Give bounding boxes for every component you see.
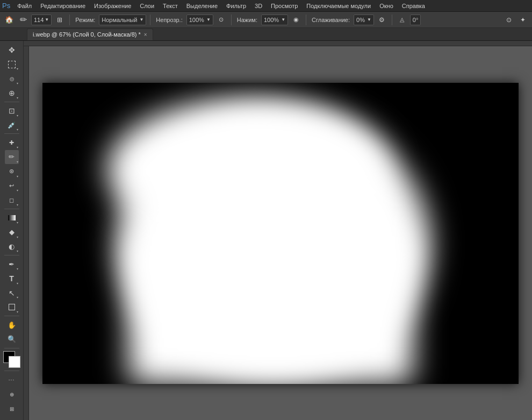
healing-tool[interactable]: ✚ ▾: [5, 136, 19, 150]
type-icon: T: [9, 274, 14, 283]
history-brush-tool[interactable]: ↩ ▾: [5, 179, 19, 193]
document-tab[interactable]: i.webp @ 67% (Слой 0, Слой-маска/8) * ×: [27, 29, 153, 40]
marquee-tool[interactable]: ▾: [5, 58, 19, 72]
fg-bg-colors: [3, 351, 20, 368]
brush-subarrow: ▾: [17, 160, 18, 163]
sep1: [69, 15, 70, 25]
menu-3d[interactable]: 3D: [251, 2, 266, 10]
add-layer-tool[interactable]: ⊕: [5, 387, 19, 401]
dodge-icon: ◐: [9, 243, 15, 251]
angle-icon[interactable]: ◬: [396, 14, 408, 26]
extra-icon[interactable]: ✦: [517, 14, 529, 26]
ps-subarrow: ▾: [17, 295, 18, 299]
zoom-tool[interactable]: 🔍: [5, 332, 19, 346]
dodge-tool[interactable]: ◐ ▾: [5, 240, 19, 254]
tool-sep-6: [4, 348, 19, 348]
menu-select[interactable]: Выделение: [183, 2, 221, 10]
lasso-subarrow: ▾: [17, 81, 18, 85]
more-tools-icon: ···: [9, 377, 15, 383]
home-icon[interactable]: 🏠: [3, 14, 15, 26]
lasso-icon: ⌾: [10, 74, 14, 83]
hb-subarrow: ▾: [17, 188, 18, 192]
type-tool[interactable]: T ▾: [5, 272, 19, 286]
brush-icon: ✏: [9, 153, 15, 161]
menu-image[interactable]: Изображение: [90, 2, 135, 10]
pressure-label: Нажим:: [235, 17, 259, 23]
pen-subarrow: ▾: [17, 267, 18, 270]
menu-view[interactable]: Просмотр: [267, 2, 301, 10]
background-color[interactable]: [9, 356, 20, 368]
brush-size-arrow[interactable]: ▼: [45, 17, 49, 22]
lasso-tool[interactable]: ⌾ ▾: [5, 72, 19, 86]
pressure-dropdown[interactable]: 100% ▼: [261, 15, 288, 25]
more-tools[interactable]: ···: [5, 373, 19, 387]
brush-tool[interactable]: ✏ ▾: [5, 150, 19, 164]
extra-tool[interactable]: ⊞: [5, 402, 19, 416]
pen-icon: ✒: [9, 260, 15, 268]
move-tool[interactable]: ✥: [5, 43, 19, 57]
blur-tool[interactable]: ◆ ▾: [5, 225, 19, 239]
angle-display[interactable]: 0°: [410, 15, 421, 25]
menu-filter[interactable]: Фильтр: [222, 2, 250, 10]
hand-tool[interactable]: ✋: [5, 318, 19, 332]
svg-rect-3: [128, 233, 413, 384]
mode-dropdown[interactable]: Нормальный ▼: [99, 15, 146, 25]
gradient-tool[interactable]: ▾: [5, 211, 19, 225]
pressure-arrow: ▼: [281, 17, 285, 22]
smoothing-settings-icon[interactable]: ⚙: [376, 14, 388, 26]
smoothing-label: Сглаживание:: [310, 17, 351, 23]
brush-settings-icon[interactable]: ⊞: [54, 14, 66, 26]
canvas-area[interactable]: [29, 46, 532, 420]
app-icon: Ps: [2, 2, 10, 10]
smoothing-dropdown[interactable]: 0% ▼: [354, 15, 374, 25]
tab-filename: i.webp @ 67% (Слой 0, Слой-маска/8) *: [33, 31, 141, 38]
left-toolbar: ✥ ▾ ⌾ ▾ ⊕ ▾ ⊡ ▾ 💉 ▾ ✚ ▾: [0, 41, 24, 420]
opacity-label: Непрозр.:: [154, 17, 184, 23]
brush-preset-icon[interactable]: ✏: [17, 14, 29, 26]
opacity-arrow: ▼: [206, 17, 211, 22]
healing-icon: ✚: [9, 139, 14, 146]
tool-sep-3: [4, 209, 19, 209]
crop-tool[interactable]: ⊡ ▾: [5, 104, 19, 118]
clone-stamp-tool[interactable]: ⊛ ▾: [5, 165, 19, 179]
sep4: [306, 15, 306, 25]
svg-point-2: [107, 99, 386, 239]
sh-subarrow: ▾: [17, 310, 18, 314]
eyedropper-tool[interactable]: 💉 ▾: [5, 118, 19, 132]
crop-icon: ⊡: [9, 106, 15, 115]
canvas-wrapper: [24, 41, 532, 420]
marquee-icon: [8, 61, 16, 68]
tool-sep-7: [4, 371, 19, 371]
opacity-dropdown[interactable]: 100% ▼: [186, 15, 213, 25]
menu-help[interactable]: Справка: [398, 2, 429, 10]
eraser-tool[interactable]: ◻ ▾: [5, 193, 19, 207]
smoothing-arrow: ▼: [367, 17, 371, 22]
shape-tool[interactable]: ▾: [5, 300, 19, 314]
path-select-icon: ↖: [9, 289, 15, 297]
brush-size-display[interactable]: 114 ▼: [31, 15, 52, 25]
menu-edit[interactable]: Редактирование: [37, 2, 89, 10]
menu-window[interactable]: Окно: [376, 2, 397, 10]
pen-tool[interactable]: ✒ ▾: [5, 257, 19, 271]
tool-sep-5: [4, 316, 19, 316]
sync-icon[interactable]: ⊙: [503, 14, 515, 26]
sep2: [150, 15, 150, 25]
pressure-opacity-icon[interactable]: ⊙: [215, 14, 227, 26]
pressure-size-icon[interactable]: ◉: [290, 14, 302, 26]
db-subarrow: ▾: [17, 249, 18, 253]
menu-layers[interactable]: Слои: [136, 2, 158, 10]
main-area: ✥ ▾ ⌾ ▾ ⊕ ▾ ⊡ ▾ 💉 ▾ ✚ ▾: [0, 41, 532, 420]
heal-subarrow: ▾: [17, 145, 18, 149]
menu-plugins[interactable]: Подключаемые модули: [303, 2, 375, 10]
quick-select-tool[interactable]: ⊕ ▾: [5, 86, 19, 100]
menubar: Ps Файл Редактирование Изображение Слои …: [0, 0, 532, 12]
menu-file[interactable]: Файл: [13, 2, 35, 10]
hand-icon: ✋: [8, 321, 16, 329]
path-select-tool[interactable]: ↖ ▾: [5, 286, 19, 300]
zoom-icon: 🔍: [8, 335, 16, 343]
eyedropper-icon: 💉: [8, 122, 16, 129]
tab-close-button[interactable]: ×: [144, 32, 147, 38]
tool-sep-2: [4, 133, 19, 134]
menu-text[interactable]: Текст: [159, 2, 182, 10]
bl-subarrow: ▾: [17, 235, 18, 239]
